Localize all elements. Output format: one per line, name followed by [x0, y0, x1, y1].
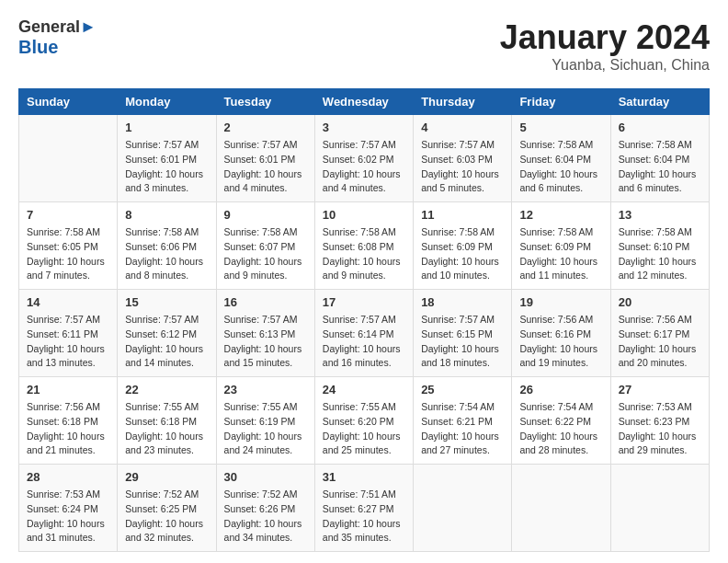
- day-info: Sunrise: 7:51 AMSunset: 6:27 PMDaylight:…: [323, 488, 405, 546]
- day-cell: 9Sunrise: 7:58 AMSunset: 6:07 PMDaylight…: [216, 202, 314, 290]
- day-number: 29: [125, 470, 208, 484]
- day-info: Sunrise: 7:57 AMSunset: 6:02 PMDaylight:…: [323, 138, 405, 196]
- week-row-1: 1Sunrise: 7:57 AMSunset: 6:01 PMDaylight…: [19, 115, 710, 202]
- day-cell: 14Sunrise: 7:57 AMSunset: 6:11 PMDayligh…: [19, 290, 118, 377]
- month-title: January 2024: [500, 18, 710, 57]
- day-info: Sunrise: 7:57 AMSunset: 6:03 PMDaylight:…: [421, 138, 504, 196]
- day-cell: 19Sunrise: 7:56 AMSunset: 6:16 PMDayligh…: [512, 290, 610, 377]
- day-number: 24: [323, 383, 405, 396]
- week-row-5: 28Sunrise: 7:53 AMSunset: 6:24 PMDayligh…: [19, 465, 710, 552]
- col-header-thursday: Thursday: [414, 89, 512, 115]
- day-cell: 10Sunrise: 7:58 AMSunset: 6:08 PMDayligh…: [314, 202, 413, 290]
- day-number: 25: [421, 383, 504, 396]
- day-cell: 17Sunrise: 7:57 AMSunset: 6:14 PMDayligh…: [314, 290, 413, 377]
- week-row-2: 7Sunrise: 7:58 AMSunset: 6:05 PMDaylight…: [19, 202, 710, 290]
- logo-blue: Blue: [18, 37, 97, 57]
- day-info: Sunrise: 7:57 AMSunset: 6:15 PMDaylight:…: [421, 313, 504, 371]
- day-cell: 28Sunrise: 7:53 AMSunset: 6:24 PMDayligh…: [19, 465, 118, 552]
- day-cell: 13Sunrise: 7:58 AMSunset: 6:10 PMDayligh…: [610, 202, 709, 290]
- day-number: 3: [323, 121, 405, 134]
- day-cell: 29Sunrise: 7:52 AMSunset: 6:25 PMDayligh…: [118, 465, 216, 552]
- location: Yuanba, Sichuan, China: [500, 57, 710, 74]
- title-area: January 2024 Yuanba, Sichuan, China: [500, 18, 710, 74]
- day-info: Sunrise: 7:52 AMSunset: 6:26 PMDaylight:…: [224, 488, 307, 546]
- day-number: 5: [519, 121, 602, 134]
- day-cell: 25Sunrise: 7:54 AMSunset: 6:21 PMDayligh…: [414, 377, 512, 465]
- day-cell: 23Sunrise: 7:55 AMSunset: 6:19 PMDayligh…: [216, 377, 314, 465]
- day-cell: [610, 465, 709, 552]
- day-cell: [19, 115, 118, 202]
- day-cell: [414, 465, 512, 552]
- day-cell: 12Sunrise: 7:58 AMSunset: 6:09 PMDayligh…: [512, 202, 610, 290]
- day-info: Sunrise: 7:55 AMSunset: 6:19 PMDaylight:…: [224, 400, 307, 458]
- day-number: 16: [224, 295, 307, 309]
- day-number: 15: [125, 295, 208, 309]
- day-info: Sunrise: 7:57 AMSunset: 6:01 PMDaylight:…: [224, 138, 307, 196]
- day-number: 8: [125, 208, 208, 222]
- day-info: Sunrise: 7:57 AMSunset: 6:01 PMDaylight:…: [125, 138, 208, 196]
- day-info: Sunrise: 7:58 AMSunset: 6:07 PMDaylight:…: [224, 225, 307, 283]
- day-cell: 18Sunrise: 7:57 AMSunset: 6:15 PMDayligh…: [414, 290, 512, 377]
- day-info: Sunrise: 7:53 AMSunset: 6:23 PMDaylight:…: [619, 400, 701, 458]
- day-info: Sunrise: 7:53 AMSunset: 6:24 PMDaylight:…: [27, 488, 109, 546]
- day-info: Sunrise: 7:58 AMSunset: 6:10 PMDaylight:…: [619, 225, 701, 283]
- day-number: 22: [125, 383, 208, 396]
- day-cell: 20Sunrise: 7:56 AMSunset: 6:17 PMDayligh…: [610, 290, 709, 377]
- day-cell: 24Sunrise: 7:55 AMSunset: 6:20 PMDayligh…: [314, 377, 413, 465]
- day-number: 21: [27, 383, 109, 396]
- day-cell: 26Sunrise: 7:54 AMSunset: 6:22 PMDayligh…: [512, 377, 610, 465]
- day-cell: 8Sunrise: 7:58 AMSunset: 6:06 PMDaylight…: [118, 202, 216, 290]
- day-number: 9: [224, 208, 307, 222]
- day-number: 6: [619, 121, 701, 134]
- day-number: 1: [125, 121, 208, 134]
- day-cell: 11Sunrise: 7:58 AMSunset: 6:09 PMDayligh…: [414, 202, 512, 290]
- day-info: Sunrise: 7:56 AMSunset: 6:16 PMDaylight:…: [519, 313, 602, 371]
- calendar-table: SundayMondayTuesdayWednesdayThursdayFrid…: [18, 88, 710, 552]
- day-number: 20: [619, 295, 701, 309]
- day-cell: 21Sunrise: 7:56 AMSunset: 6:18 PMDayligh…: [19, 377, 118, 465]
- day-info: Sunrise: 7:57 AMSunset: 6:13 PMDaylight:…: [224, 313, 307, 371]
- day-info: Sunrise: 7:57 AMSunset: 6:14 PMDaylight:…: [323, 313, 405, 371]
- day-cell: 4Sunrise: 7:57 AMSunset: 6:03 PMDaylight…: [414, 115, 512, 202]
- week-row-3: 14Sunrise: 7:57 AMSunset: 6:11 PMDayligh…: [19, 290, 710, 377]
- day-info: Sunrise: 7:56 AMSunset: 6:17 PMDaylight:…: [619, 313, 701, 371]
- day-cell: 5Sunrise: 7:58 AMSunset: 6:04 PMDaylight…: [512, 115, 610, 202]
- week-row-4: 21Sunrise: 7:56 AMSunset: 6:18 PMDayligh…: [19, 377, 710, 465]
- day-cell: 3Sunrise: 7:57 AMSunset: 6:02 PMDaylight…: [314, 115, 413, 202]
- day-cell: 7Sunrise: 7:58 AMSunset: 6:05 PMDaylight…: [19, 202, 118, 290]
- day-info: Sunrise: 7:57 AMSunset: 6:12 PMDaylight:…: [125, 313, 208, 371]
- day-info: Sunrise: 7:55 AMSunset: 6:18 PMDaylight:…: [125, 400, 208, 458]
- col-header-friday: Friday: [512, 89, 610, 115]
- day-info: Sunrise: 7:58 AMSunset: 6:09 PMDaylight:…: [421, 225, 504, 283]
- day-number: 26: [519, 383, 602, 396]
- day-info: Sunrise: 7:57 AMSunset: 6:11 PMDaylight:…: [27, 313, 109, 371]
- logo: General► Blue: [18, 18, 97, 57]
- col-header-saturday: Saturday: [610, 89, 709, 115]
- day-info: Sunrise: 7:58 AMSunset: 6:04 PMDaylight:…: [619, 138, 701, 196]
- day-number: 28: [27, 470, 109, 484]
- day-number: 19: [519, 295, 602, 309]
- col-header-tuesday: Tuesday: [216, 89, 314, 115]
- day-cell: 6Sunrise: 7:58 AMSunset: 6:04 PMDaylight…: [610, 115, 709, 202]
- day-cell: 30Sunrise: 7:52 AMSunset: 6:26 PMDayligh…: [216, 465, 314, 552]
- day-number: 10: [323, 208, 405, 222]
- day-number: 18: [421, 295, 504, 309]
- day-number: 23: [224, 383, 307, 396]
- day-number: 7: [27, 208, 109, 222]
- day-info: Sunrise: 7:58 AMSunset: 6:09 PMDaylight:…: [519, 225, 602, 283]
- page-header: General► Blue January 2024 Yuanba, Sichu…: [18, 18, 710, 74]
- day-cell: 2Sunrise: 7:57 AMSunset: 6:01 PMDaylight…: [216, 115, 314, 202]
- day-number: 11: [421, 208, 504, 222]
- day-info: Sunrise: 7:58 AMSunset: 6:04 PMDaylight:…: [519, 138, 602, 196]
- day-cell: 15Sunrise: 7:57 AMSunset: 6:12 PMDayligh…: [118, 290, 216, 377]
- day-cell: [512, 465, 610, 552]
- day-info: Sunrise: 7:58 AMSunset: 6:08 PMDaylight:…: [323, 225, 405, 283]
- header-row: SundayMondayTuesdayWednesdayThursdayFrid…: [19, 89, 710, 115]
- day-cell: 1Sunrise: 7:57 AMSunset: 6:01 PMDaylight…: [118, 115, 216, 202]
- day-info: Sunrise: 7:54 AMSunset: 6:22 PMDaylight:…: [519, 400, 602, 458]
- day-number: 4: [421, 121, 504, 134]
- day-number: 14: [27, 295, 109, 309]
- day-cell: 22Sunrise: 7:55 AMSunset: 6:18 PMDayligh…: [118, 377, 216, 465]
- day-number: 17: [323, 295, 405, 309]
- day-number: 31: [323, 470, 405, 484]
